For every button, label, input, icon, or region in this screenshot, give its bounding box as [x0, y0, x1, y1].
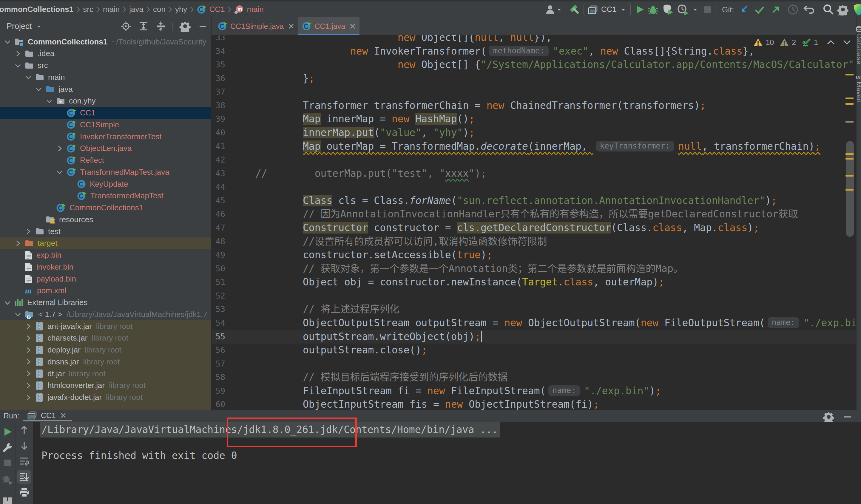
restore-layout-button[interactable]: [1, 495, 13, 504]
editor-tab-cc1simple.java[interactable]: CC1Simple.java: [214, 17, 298, 35]
tree-item-commoncollections1[interactable]: CommonCollections1: [0, 202, 211, 214]
close-icon[interactable]: [59, 411, 67, 419]
tree-item-dt-jar[interactable]: dt.jarlibrary root: [0, 368, 211, 380]
chevron-right-icon[interactable]: [25, 358, 32, 366]
chevron-right-icon[interactable]: [25, 346, 32, 354]
tree-item-objectlen-java[interactable]: ObjectLen.java: [0, 142, 211, 154]
git-push-button[interactable]: [770, 4, 781, 15]
chevron-down-icon[interactable]: [35, 85, 43, 93]
tree-item-resources[interactable]: resources: [0, 213, 211, 225]
console-output[interactable]: /Library/Java/JavaVirtualMachines/jdk1.8…: [33, 422, 861, 504]
history-button[interactable]: [787, 3, 799, 15]
edit-configuration-button[interactable]: [1, 442, 13, 453]
chevron-down-icon[interactable]: [692, 6, 699, 13]
chevron-down-icon[interactable]: [3, 299, 11, 307]
next-problem-button[interactable]: [843, 39, 851, 46]
panel-settings-gear-icon[interactable]: [179, 20, 191, 32]
collapse-all-button[interactable]: [156, 21, 166, 32]
scrollbar-mark[interactable]: [846, 158, 853, 159]
tree-item-htmlconverter-jar[interactable]: htmlconverter.jarlibrary root: [0, 380, 211, 392]
tree-item-cc1[interactable]: CC1: [0, 107, 211, 119]
scrollbar-mark[interactable]: [846, 74, 853, 75]
tree-item-ant-javafx-jar[interactable]: ant-javafx.jarlibrary root: [0, 320, 211, 332]
run-configuration-select[interactable]: CC1: [584, 3, 631, 16]
soft-wrap-button[interactable]: [18, 455, 30, 467]
tree-item--idea[interactable]: .idea: [0, 48, 211, 60]
rerun-button[interactable]: [1, 426, 13, 438]
tree-item-main[interactable]: main: [0, 71, 211, 83]
rerun-debug-button[interactable]: [1, 473, 13, 485]
close-icon[interactable]: [349, 23, 356, 30]
chevron-right-icon[interactable]: [25, 394, 32, 402]
stop-button[interactable]: [1, 457, 13, 469]
tree-item-java[interactable]: java: [0, 83, 211, 95]
scrollbar-mark[interactable]: [846, 103, 853, 105]
tree-item-javafx-doclet-jar[interactable]: javafx-doclet.jarlibrary root: [0, 392, 211, 404]
tree-item-invoker-bin[interactable]: invoker.bin: [0, 261, 211, 273]
chevron-right-icon[interactable]: [56, 145, 64, 152]
print-button[interactable]: [18, 487, 30, 499]
settings-gear-icon[interactable]: [837, 3, 849, 15]
profiler-button[interactable]: [676, 3, 690, 15]
user-icon[interactable]: [545, 3, 557, 15]
scroll-to-end-button[interactable]: [17, 470, 31, 484]
scrollbar-mark[interactable]: [846, 98, 853, 99]
tree-item--1-7-[interactable]: < 1.7 >/Library/Java/JavaVirtualMachines…: [0, 308, 211, 320]
tree-item-deploy-jar[interactable]: deploy.jarlibrary root: [0, 344, 211, 356]
chevron-down-icon[interactable]: [3, 38, 11, 46]
chevron-down-icon[interactable]: [14, 62, 22, 69]
tree-item-target[interactable]: target: [0, 237, 211, 249]
tree-item-src[interactable]: src: [0, 60, 211, 72]
chevron-down-icon[interactable]: [556, 6, 563, 13]
chevron-down-icon[interactable]: [45, 97, 53, 105]
run-tab[interactable]: CC1: [23, 410, 71, 420]
scrollbar-mark[interactable]: [846, 153, 853, 155]
coverage-button[interactable]: [662, 3, 674, 15]
tree-item-commoncollections1[interactable]: CommonCollections1~/Tools/github/JavaSec…: [0, 36, 211, 48]
git-update-button[interactable]: [739, 4, 750, 15]
build-hammer-icon[interactable]: [569, 3, 580, 15]
tree-item-con-yhy[interactable]: con.yhy: [0, 95, 211, 107]
tree-item-reflect[interactable]: Reflect: [0, 154, 211, 166]
hide-panel-button[interactable]: [199, 22, 207, 31]
chevron-down-icon[interactable]: [14, 310, 22, 318]
chevron-right-icon[interactable]: [25, 370, 32, 378]
scroll-down-button[interactable]: [18, 439, 30, 451]
run-button[interactable]: [634, 4, 645, 15]
tree-item-keyupdate[interactable]: KeyUpdate: [0, 178, 211, 190]
tree-item-pom-xml[interactable]: mpom.xml: [0, 285, 211, 297]
tool-stripe-maven[interactable]: mMaven: [857, 73, 861, 103]
chevron-right-icon[interactable]: [25, 382, 32, 390]
chevron-down-icon[interactable]: [25, 73, 32, 81]
tree-item-test[interactable]: test: [0, 225, 211, 237]
tree-item-transformedmaptest-java[interactable]: TransformedMapTest.java: [0, 166, 211, 178]
tree-item-invokertransformertest[interactable]: InvokerTransformerTest: [0, 131, 211, 142]
editor[interactable]: 3334353637383940414243444546474849505152…: [211, 35, 856, 410]
tree-item-transformedmaptest[interactable]: TransformedMapTest: [0, 190, 211, 202]
editor-tab-cc1.java[interactable]: CC1.java: [298, 17, 359, 35]
tree-item-external-libraries[interactable]: External Libraries: [0, 297, 211, 309]
locate-file-button[interactable]: [121, 21, 131, 32]
chevron-down-icon[interactable]: [56, 168, 64, 176]
search-everywhere-button[interactable]: [822, 3, 834, 15]
tree-item-dnsns-jar[interactable]: dnsns.jarlibrary root: [0, 356, 211, 368]
expand-all-button[interactable]: [138, 21, 149, 32]
inspections-widget[interactable]: 10 2 1: [753, 37, 852, 47]
chevron-right-icon[interactable]: [25, 334, 32, 342]
scrollbar-mark[interactable]: [846, 175, 853, 177]
tree-item-charsets-jar[interactable]: charsets.jarlibrary root: [0, 332, 211, 344]
tree-item-cc1simple[interactable]: CC1Simple: [0, 119, 211, 131]
tree-item-payload-bin[interactable]: payload.bin: [0, 273, 211, 285]
chevron-right-icon[interactable]: [14, 239, 22, 247]
hide-run-panel-button[interactable]: [843, 412, 852, 421]
project-view-select[interactable]: Project: [6, 22, 42, 31]
tool-stripe-database[interactable]: Database: [857, 26, 861, 65]
scrollbar-mark[interactable]: [846, 189, 853, 191]
tree-item-exp-bin[interactable]: exp.bin: [0, 249, 211, 261]
debug-button[interactable]: [647, 4, 659, 15]
rollback-button[interactable]: [803, 3, 815, 15]
prev-problem-button[interactable]: [826, 39, 835, 46]
chevron-right-icon[interactable]: [25, 322, 32, 330]
scroll-up-button[interactable]: [18, 424, 30, 436]
chevron-right-icon[interactable]: [25, 227, 32, 235]
